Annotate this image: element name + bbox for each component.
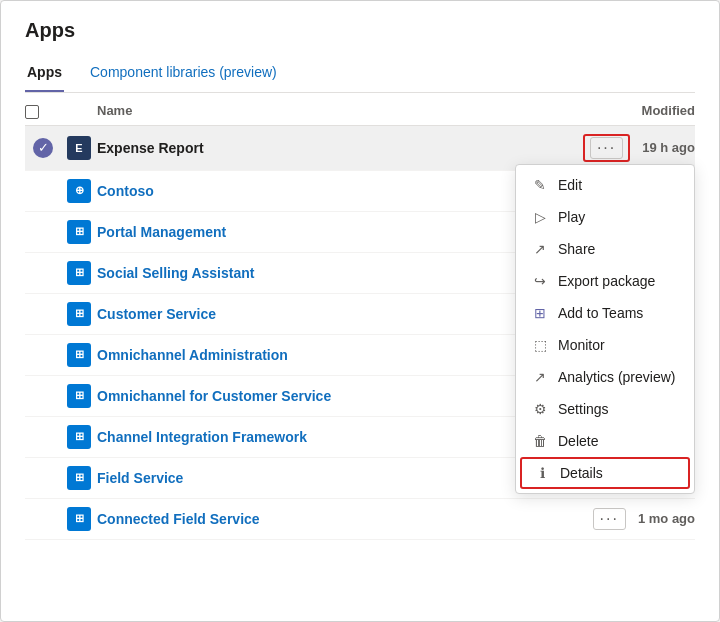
delete-icon: 🗑	[532, 433, 548, 449]
row-name-customer[interactable]: Customer Service	[97, 306, 555, 322]
menu-label-play: Play	[558, 209, 585, 225]
modified-time-expense-report: 19 h ago	[642, 140, 695, 155]
row-name-contoso[interactable]: Contoso	[97, 183, 555, 199]
menu-label-details: Details	[560, 465, 603, 481]
row-check-expense-report[interactable]: ✓	[25, 138, 61, 158]
row-modified-expense-report: ··· 19 h ago	[555, 134, 695, 162]
header-check	[25, 103, 61, 119]
app-icon: ⊞	[67, 507, 91, 531]
menu-item-delete[interactable]: 🗑 Delete	[516, 425, 694, 457]
tab-component-libraries[interactable]: Component libraries (preview)	[88, 56, 279, 92]
menu-label-share: Share	[558, 241, 595, 257]
menu-item-analytics[interactable]: ↗ Analytics (preview)	[516, 361, 694, 393]
menu-label-settings: Settings	[558, 401, 609, 417]
teams-icon: ⊞	[532, 305, 548, 321]
tabs-bar: Apps Component libraries (preview)	[25, 56, 695, 93]
ellipsis-button-connected[interactable]: ···	[593, 508, 626, 530]
edit-icon: ✎	[532, 177, 548, 193]
ellipsis-button-expense-report[interactable]: ···	[590, 137, 623, 159]
app-icon: ⊞	[67, 302, 91, 326]
menu-label-monitor: Monitor	[558, 337, 605, 353]
monitor-icon: ⬚	[532, 337, 548, 353]
menu-item-details[interactable]: ℹ Details	[520, 457, 690, 489]
context-menu: ✎ Edit ▷ Play ↗ Share ↪ Export package ⊞	[515, 164, 695, 494]
app-window: Apps Apps Component libraries (preview) …	[0, 0, 720, 622]
page-header: Apps Apps Component libraries (preview)	[1, 1, 719, 93]
table-header-row: Name Modified	[25, 93, 695, 126]
row-name-channel[interactable]: Channel Integration Framework	[97, 429, 555, 445]
menu-item-monitor[interactable]: ⬚ Monitor	[516, 329, 694, 361]
app-icon: ⊞	[67, 425, 91, 449]
row-icon-field: ⊞	[61, 466, 97, 490]
row-name-field[interactable]: Field Service	[97, 470, 555, 486]
row-icon-customer: ⊞	[61, 302, 97, 326]
row-icon-omni-admin: ⊞	[61, 343, 97, 367]
table-row: ⊞ Connected Field Service ··· 1 mo ago	[25, 499, 695, 540]
row-name-omni-cs[interactable]: Omnichannel for Customer Service	[97, 388, 555, 404]
row-icon-portal: ⊞	[61, 220, 97, 244]
row-icon-connected: ⊞	[61, 507, 97, 531]
row-icon-omni-cs: ⊞	[61, 384, 97, 408]
row-icon-social: ⊞	[61, 261, 97, 285]
apps-table: Name Modified ✓ E Expense Report ··· 19 …	[1, 93, 719, 540]
menu-item-edit[interactable]: ✎ Edit	[516, 169, 694, 201]
menu-item-export-package[interactable]: ↪ Export package	[516, 265, 694, 297]
row-name-expense-report[interactable]: Expense Report	[97, 140, 555, 156]
row-name-social[interactable]: Social Selling Assistant	[97, 265, 555, 281]
row-icon-channel: ⊞	[61, 425, 97, 449]
menu-item-settings[interactable]: ⚙ Settings	[516, 393, 694, 425]
menu-label-export: Export package	[558, 273, 655, 289]
row-icon-expense-report: E	[61, 136, 97, 160]
sort-icon	[25, 105, 39, 119]
app-icon: ⊞	[67, 466, 91, 490]
header-name: Name	[97, 103, 555, 118]
modified-time-connected: 1 mo ago	[638, 511, 695, 526]
app-icon: E	[67, 136, 91, 160]
menu-label-add-teams: Add to Teams	[558, 305, 643, 321]
menu-label-delete: Delete	[558, 433, 598, 449]
app-icon: ⊞	[67, 220, 91, 244]
analytics-icon: ↗	[532, 369, 548, 385]
header-modified: Modified	[555, 103, 695, 118]
play-icon: ▷	[532, 209, 548, 225]
tab-apps[interactable]: Apps	[25, 56, 64, 92]
share-icon: ↗	[532, 241, 548, 257]
menu-item-share[interactable]: ↗ Share	[516, 233, 694, 265]
menu-label-analytics: Analytics (preview)	[558, 369, 675, 385]
settings-icon: ⚙	[532, 401, 548, 417]
row-name-portal[interactable]: Portal Management	[97, 224, 555, 240]
app-icon: ⊞	[67, 343, 91, 367]
page-title: Apps	[25, 19, 695, 42]
row-name-omni-admin[interactable]: Omnichannel Administration	[97, 347, 555, 363]
menu-item-play[interactable]: ▷ Play	[516, 201, 694, 233]
app-icon: ⊞	[67, 261, 91, 285]
ellipsis-highlighted-box: ···	[583, 134, 630, 162]
app-icon: ⊞	[67, 384, 91, 408]
row-icon-contoso: ⊕	[61, 179, 97, 203]
menu-item-add-to-teams[interactable]: ⊞ Add to Teams	[516, 297, 694, 329]
app-icon: ⊕	[67, 179, 91, 203]
menu-label-edit: Edit	[558, 177, 582, 193]
row-name-connected[interactable]: Connected Field Service	[97, 511, 555, 527]
details-icon: ℹ	[534, 465, 550, 481]
row-modified-connected: ··· 1 mo ago	[555, 508, 695, 530]
export-icon: ↪	[532, 273, 548, 289]
table-row: ✓ E Expense Report ··· 19 h ago ✎ Edit ▷	[25, 126, 695, 171]
check-circle-icon: ✓	[33, 138, 53, 158]
